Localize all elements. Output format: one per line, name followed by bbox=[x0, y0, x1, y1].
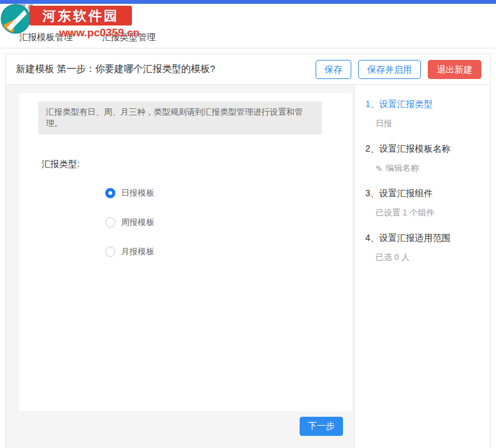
top-blue-bar bbox=[0, 0, 496, 4]
type-rule-notice: 汇报类型有日、周、月三种，类型规则请到汇报类型管理进行设置和管理。 bbox=[38, 101, 322, 134]
radio-label: 周报模板 bbox=[121, 217, 154, 228]
next-step-button[interactable]: 下一步 bbox=[300, 417, 343, 436]
radio-selected-icon[interactable] bbox=[105, 188, 115, 198]
pencil-icon: ✎ bbox=[376, 164, 383, 173]
panel-body: 汇报类型有日、周、月三种，类型规则请到汇报类型管理进行设置和管理。 汇报类型: … bbox=[6, 85, 490, 448]
panel-header: 新建模板 第一步：你要建哪个汇报类型的模板? 保存 保存并启用 退出新建 bbox=[6, 54, 490, 85]
type-select-card: 汇报类型有日、周、月三种，类型规则请到汇报类型管理进行设置和管理。 汇报类型: … bbox=[19, 93, 352, 411]
site-logo-icon bbox=[1, 4, 31, 34]
steps-sidebar: 1、设置汇报类型 日报 2、设置汇报模板名称 ✎ 编辑名称 3、设置汇报组件 已… bbox=[354, 85, 490, 448]
type-label: 汇报类型: bbox=[41, 159, 352, 170]
step-4-detail: 已选 0 人 bbox=[376, 252, 484, 263]
radio-weekly-template[interactable]: 周报模板 bbox=[105, 217, 352, 228]
step-3-title[interactable]: 3、设置汇报组件 bbox=[365, 188, 484, 199]
page-title: 新建模板 第一步：你要建哪个汇报类型的模板? bbox=[16, 63, 215, 75]
exit-create-button[interactable]: 退出新建 bbox=[428, 60, 481, 79]
step-item-2: 2、设置汇报模板名称 ✎ 编辑名称 bbox=[365, 143, 484, 174]
radio-unselected-icon[interactable] bbox=[105, 217, 115, 228]
step-item-1: 1、设置汇报类型 日报 bbox=[365, 99, 484, 129]
step-detail-text: 日报 bbox=[376, 118, 392, 129]
step-item-3: 3、设置汇报组件 已设置 1 个组件 bbox=[365, 188, 484, 219]
step-detail-text[interactable]: 编辑名称 bbox=[386, 163, 419, 174]
step-detail-text: 已选 0 人 bbox=[376, 252, 409, 263]
report-type-radio-group: 日报模板 周报模板 月报模板 bbox=[105, 188, 352, 257]
step-2-title[interactable]: 2、设置汇报模板名称 bbox=[365, 143, 484, 155]
radio-label: 月报模板 bbox=[121, 246, 154, 257]
save-button[interactable]: 保存 bbox=[316, 60, 351, 79]
step-1-detail: 日报 bbox=[376, 118, 484, 129]
step-4-title[interactable]: 4、设置汇报适用范围 bbox=[365, 233, 484, 244]
step-1-title[interactable]: 1、设置汇报类型 bbox=[365, 99, 484, 110]
radio-unselected-icon[interactable] bbox=[105, 247, 115, 257]
header-buttons: 保存 保存并启用 退出新建 bbox=[316, 60, 481, 79]
watermark-site-url: www.pc0359.cn bbox=[59, 27, 140, 40]
step-detail-text: 已设置 1 个组件 bbox=[376, 207, 434, 219]
watermark-site-name: 河东软件园 bbox=[29, 6, 132, 25]
radio-daily-template[interactable]: 日报模板 bbox=[105, 188, 352, 198]
step-item-4: 4、设置汇报适用范围 已选 0 人 bbox=[365, 233, 484, 263]
divider bbox=[0, 48, 496, 48]
new-template-panel: 新建模板 第一步：你要建哪个汇报类型的模板? 保存 保存并启用 退出新建 汇报类… bbox=[5, 54, 491, 448]
step-2-detail[interactable]: ✎ 编辑名称 bbox=[376, 163, 484, 174]
save-and-enable-button[interactable]: 保存并启用 bbox=[358, 60, 421, 79]
step-3-detail: 已设置 1 个组件 bbox=[376, 207, 484, 219]
work-area: 汇报类型有日、周、月三种，类型规则请到汇报类型管理进行设置和管理。 汇报类型: … bbox=[6, 85, 354, 448]
radio-label: 日报模板 bbox=[121, 187, 154, 199]
radio-monthly-template[interactable]: 月报模板 bbox=[105, 247, 352, 257]
